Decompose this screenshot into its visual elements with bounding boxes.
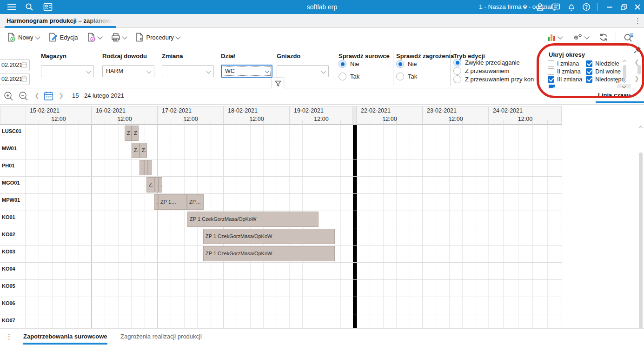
gantt-task-bar[interactable]: ZP 1 CzekGorzMasa/OpKoW <box>203 246 335 261</box>
gantt-vertical-scrollbar[interactable] <box>638 126 644 328</box>
checkbox-checked-icon[interactable] <box>586 60 592 67</box>
new-button[interactable]: Nowy <box>5 31 42 44</box>
gantt-task-bar[interactable]: Z <box>125 126 132 141</box>
edge-scrollbar-thumb[interactable] <box>637 65 641 74</box>
radio-option-z-przesuwaniem-przy-kon[interactable]: Z przesuwaniem przy kon <box>453 75 534 83</box>
gantt-task-bar[interactable]: . <box>155 177 159 192</box>
gantt-task-bar[interactable]: Z <box>132 126 139 141</box>
collapse-up-icon[interactable] <box>622 43 628 46</box>
checkbox-unchecked-icon[interactable] <box>548 68 554 75</box>
radio-icon[interactable] <box>339 73 346 80</box>
search-filter-button[interactable] <box>621 31 637 44</box>
checkbox-niedziele[interactable]: Niedziele <box>586 60 624 67</box>
help-icon[interactable] <box>580 0 592 14</box>
gantt-task-bar[interactable]: ZP… <box>187 194 204 210</box>
minimize-icon[interactable] <box>604 0 616 14</box>
radio-option-nie[interactable]: Nie <box>339 60 359 68</box>
radio-option-z-przesuwaniem[interactable]: Z przesuwaniem <box>453 67 509 75</box>
zmiana-select[interactable] <box>162 65 214 77</box>
tab-linia-czasu[interactable]: Linia czasu <box>598 92 631 99</box>
checkbox-checked-icon[interactable] <box>548 76 554 83</box>
chat-icon[interactable] <box>550 0 562 14</box>
scroll-left-icon[interactable]: ❮ <box>634 59 639 65</box>
tabstrip-kebab-icon[interactable]: ⋮ <box>634 18 641 24</box>
gantt-scrollbar-thumb[interactable] <box>639 153 643 328</box>
chart-bars-icon <box>547 33 556 41</box>
gantt-gridline-minor <box>328 125 328 328</box>
checkbox-ii-zmiana[interactable]: II zmiana <box>548 67 582 75</box>
gantt-task-bar[interactable]: ZP 1 CzekGorzMasa/OpKoW <box>203 229 335 244</box>
zoom-out-icon[interactable] <box>19 91 28 101</box>
dzial-select[interactable]: WC <box>221 65 272 78</box>
date-from-input[interactable]: 02.2021 <box>0 59 30 71</box>
filter-funnel-button[interactable] <box>272 77 284 90</box>
radio-icon[interactable] <box>453 67 461 75</box>
select-chevron-box[interactable] <box>262 66 272 77</box>
gantt-task-bar[interactable]: . <box>148 160 152 175</box>
radio-icon[interactable] <box>396 73 404 80</box>
settings-button[interactable] <box>570 31 591 43</box>
gantt-task-bar[interactable]: ZP 1… <box>158 194 187 210</box>
checkbox-label: Niedostępn <box>595 76 624 83</box>
calendar-icon[interactable] <box>44 91 53 101</box>
gantt-task-bar[interactable]: Z.. <box>132 143 139 158</box>
bottom-tab-zagrożenia-realizacji-produkcji[interactable]: Zagrożenia realizacji produkcji <box>120 329 202 345</box>
procedures-button[interactable]: Procedury <box>133 31 183 44</box>
radio-option-tak[interactable]: Tak <box>339 73 359 80</box>
radio-option-nie[interactable]: Nie <box>396 60 417 68</box>
gantt-task-bar[interactable]: Z. <box>139 143 147 158</box>
radio-option-tak[interactable]: Tak <box>396 73 417 80</box>
calendar-icon[interactable] <box>21 76 27 82</box>
checkbox-unchecked-icon[interactable] <box>548 60 554 67</box>
pin-icon[interactable] <box>633 46 642 54</box>
gantt-task-bar[interactable]: . <box>154 194 158 210</box>
radio-selected-icon[interactable] <box>339 60 346 68</box>
checkbox-checked-icon[interactable] <box>586 76 592 83</box>
chevron-down-icon[interactable] <box>520 0 530 14</box>
date-to-input[interactable]: 02.2021 <box>0 73 30 85</box>
partial-checkbox[interactable] <box>549 85 555 88</box>
panel-scrollbar-thumb[interactable] <box>623 65 626 79</box>
edit-button[interactable]: Edycja <box>46 31 81 44</box>
checkbox-iii-zmiana[interactable]: III zmiana <box>548 75 582 83</box>
scroll-up-icon[interactable] <box>638 126 643 129</box>
gantt-task-bar[interactable]: .. <box>159 177 162 192</box>
checkbox-niedostępn[interactable]: Niedostępn <box>586 75 624 83</box>
panel-scroll-up-icon[interactable] <box>622 60 627 63</box>
title-bar: softlab erp 1 - Nasza firma 0 - oddział <box>0 0 644 14</box>
chart-view-button[interactable] <box>544 31 565 43</box>
radio-selected-icon[interactable] <box>396 60 404 68</box>
bell-icon[interactable] <box>565 0 578 14</box>
checkbox-dni-wolne[interactable]: Dni wolne <box>586 67 624 75</box>
gantt-task-bar[interactable]: Z. <box>146 177 155 192</box>
user-icon[interactable] <box>534 0 546 14</box>
doc-info-button[interactable] <box>85 31 105 44</box>
rodzaj-dowodu-select[interactable]: HARM <box>102 65 154 77</box>
calendar-icon[interactable] <box>21 62 27 68</box>
close-icon[interactable] <box>631 0 644 14</box>
gantt-hour-label: 12:00 <box>518 116 532 122</box>
gniazdo-select[interactable] <box>277 65 329 77</box>
refresh-button[interactable] <box>596 31 611 43</box>
radio-icon[interactable] <box>453 75 461 83</box>
scroll-right-icon[interactable]: ❯ <box>634 75 639 81</box>
bottombar-kebab-icon[interactable]: ⋮ <box>6 333 13 340</box>
radio-option-zwyk-e-przeci-ganie[interactable]: Zwykłe przeciąganie <box>453 59 520 66</box>
prev-period-icon[interactable]: ❮ <box>34 93 40 99</box>
gantt-task-bar[interactable]: .. <box>144 160 148 175</box>
gantt-hour-tick <box>532 120 533 125</box>
radio-selected-icon[interactable] <box>453 59 461 66</box>
restore-icon[interactable] <box>617 0 630 14</box>
next-period-icon[interactable]: ❯ <box>59 93 64 99</box>
checkbox-i-zmiana[interactable]: I zmiana <box>548 60 582 67</box>
checkbox-checked-icon[interactable] <box>586 68 592 75</box>
gantt-row-line <box>0 314 562 314</box>
magazyn-select[interactable] <box>41 65 94 77</box>
gantt-task-bar[interactable]: ZP 1 CzekGorzMasa/OpKoW <box>187 212 319 227</box>
gantt-hour-tick <box>237 120 237 125</box>
bottom-tab-bar: ⋮ Zapotrzebowania surowcoweZagrożenia re… <box>0 328 644 345</box>
gantt-task-bar[interactable]: . <box>139 160 144 175</box>
print-button[interactable] <box>108 31 129 44</box>
panel-scroll-down-icon[interactable] <box>622 80 627 83</box>
zoom-in-icon[interactable] <box>4 91 13 101</box>
